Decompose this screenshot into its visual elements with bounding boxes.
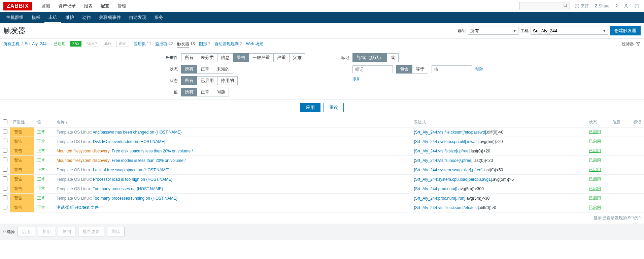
create-trigger-button[interactable]: 创建触发器	[610, 26, 641, 35]
expression-link[interactable]: Srt_Aly_244:system.cpu.util[,iowait]	[415, 139, 479, 144]
top-menu-资产记录[interactable]: 资产记录	[54, 3, 80, 9]
severity-opt-信息[interactable]: 信息	[217, 53, 233, 62]
tagop-opt-包含[interactable]: 包含	[396, 65, 412, 74]
crumb-Web 场景[interactable]: Web 场景	[246, 41, 264, 46]
top-menu-监测[interactable]: 监测	[37, 3, 54, 9]
crumb-图形[interactable]: 图形	[199, 41, 207, 46]
subnav-服务[interactable]: 服务	[150, 12, 167, 23]
expression-link[interactable]: Srt_Aly_244:system.swap.size[,pfree]	[415, 168, 482, 172]
all-hosts-link[interactable]: 所有主机	[3, 41, 20, 47]
trigger-name-link[interactable]: Free inodes is less than 20% on volume /	[112, 158, 185, 163]
support-link[interactable]: 支持	[573, 3, 590, 9]
row-checkbox[interactable]	[3, 176, 7, 181]
top-menu-报表[interactable]: 报表	[80, 3, 97, 9]
state-opt-所有[interactable]: 所有	[181, 65, 197, 74]
top-menu-配置[interactable]: 配置	[97, 3, 113, 9]
apply-button[interactable]: 应用	[300, 103, 320, 112]
value-opt-所有[interactable]: 所有	[181, 88, 197, 96]
top-menu-管理[interactable]: 管理	[113, 3, 130, 9]
row-checkbox[interactable]	[3, 186, 7, 191]
trigger-name-link[interactable]: 测试-监听 /etc/test 文件	[57, 205, 99, 210]
severity-opt-严重[interactable]: 严重	[273, 53, 290, 62]
expression-link[interactable]: Srt_Aly_244:vfs.file.cksum[/etc/test]	[415, 205, 479, 210]
status-link[interactable]: 已启用	[589, 177, 601, 181]
trigger-name-link[interactable]: /etc/passwd has been changed on {HOST.NA…	[93, 130, 182, 135]
subnav-自动发现[interactable]: 自动发现	[125, 12, 150, 23]
trigger-name-link[interactable]: Too many processes on {HOST.NAME}	[93, 186, 163, 191]
status-opt-已启用[interactable]: 已启用	[197, 76, 217, 85]
massupdate-button[interactable]: 批量更新	[78, 227, 104, 236]
status-opt-停用的[interactable]: 停用的	[217, 76, 238, 85]
host-select[interactable]: Srt_Aly_244	[531, 27, 608, 35]
trigger-name-link[interactable]: Free disk space is less than 20% on volu…	[112, 149, 193, 153]
trigger-name-link[interactable]: Disk I/O is overloaded on {HOST.NAME}	[93, 139, 165, 144]
th-name[interactable]: 名称▲	[54, 117, 411, 127]
filter-toggle[interactable]: 过滤器	[622, 41, 641, 47]
crumb-触发器[interactable]: 触发器	[177, 41, 189, 48]
value-opt-正常[interactable]: 正常	[197, 88, 213, 96]
user-icon[interactable]	[622, 4, 630, 8]
expression-link[interactable]: Srt_Aly_244:proc.num[,,run]	[415, 196, 465, 201]
trigger-name-link[interactable]: Processor load is too high on {HOST.NAME…	[93, 177, 172, 182]
row-checkbox[interactable]	[3, 195, 7, 200]
enable-button[interactable]: 启用	[18, 227, 35, 236]
value-opt-问题[interactable]: 问题	[213, 88, 229, 96]
remove-tag-link[interactable]: 移除	[475, 66, 483, 72]
status-link[interactable]: 已启用	[589, 205, 601, 210]
disable-button[interactable]: 禁用	[38, 227, 55, 236]
tagmode-opt-与/或（默认）[interactable]: 与/或（默认）	[352, 53, 387, 62]
expression-link[interactable]: Srt_Aly_244:vfs.file.cksum[/etc/passwd]	[415, 130, 486, 135]
row-checkbox[interactable]	[3, 157, 7, 162]
tag-name-input[interactable]	[352, 65, 393, 73]
severity-opt-未分类[interactable]: 未分类	[197, 53, 217, 62]
crumb-应用集[interactable]: 应用集	[134, 41, 146, 46]
status-link[interactable]: 已启用	[589, 130, 601, 134]
th-severity[interactable]: 严重性	[10, 117, 34, 127]
tag-value-input[interactable]	[432, 65, 472, 73]
subnav-维护[interactable]: 维护	[61, 12, 78, 23]
trigger-name-link[interactable]: Too many processes running on {HOST.NAME…	[93, 196, 177, 201]
severity-opt-警告[interactable]: 警告	[233, 53, 249, 62]
status-link[interactable]: 已启用	[589, 139, 601, 144]
expression-link[interactable]: Srt_Aly_244:proc.num[]	[415, 186, 457, 191]
copy-button[interactable]: 复制	[58, 227, 75, 236]
row-checkbox[interactable]	[3, 139, 7, 143]
severity-opt-所有[interactable]: 所有	[181, 53, 197, 62]
th-value[interactable]: 值	[34, 117, 54, 127]
subnav-动作[interactable]: 动作	[78, 12, 95, 23]
share-link[interactable]: ZShare	[594, 4, 611, 8]
group-select[interactable]: 所有	[468, 27, 518, 35]
status-link[interactable]: 已启用	[589, 148, 601, 153]
state-opt-未知的[interactable]: 未知的	[213, 65, 233, 74]
search-icon[interactable]	[563, 3, 568, 9]
expression-link[interactable]: Srt_Aly_244:vfs.fs.inode[/,pfree]	[415, 158, 472, 163]
row-checkbox[interactable]	[3, 129, 7, 134]
state-opt-正常[interactable]: 正常	[197, 65, 213, 74]
crumb-监控项[interactable]: 监控项	[155, 41, 167, 46]
subnav-关联项事件[interactable]: 关联项事件	[95, 12, 125, 23]
subnav-主机[interactable]: 主机	[44, 12, 61, 23]
th-status[interactable]: 状态	[586, 117, 610, 127]
status-link[interactable]: 已启用	[589, 186, 601, 191]
logout-icon[interactable]	[633, 4, 641, 8]
status-link[interactable]: 已启用	[589, 196, 601, 200]
severity-opt-灾难[interactable]: 灾难	[289, 53, 305, 62]
delete-button[interactable]: 删除	[107, 227, 125, 236]
trigger-name-link[interactable]: Lack of free swap space on {HOST.NAME}	[93, 168, 169, 172]
row-checkbox[interactable]	[3, 148, 7, 153]
select-all-checkbox[interactable]	[3, 119, 7, 124]
tagmode-opt-或[interactable]: 或	[387, 53, 399, 62]
crumb-自动发现规则[interactable]: 自动发现规则	[214, 41, 239, 46]
row-checkbox[interactable]	[3, 167, 7, 172]
tagop-opt-等于[interactable]: 等于	[412, 65, 428, 74]
logo[interactable]: ZABBIX	[3, 2, 32, 10]
status-opt-所有[interactable]: 所有	[181, 76, 197, 85]
host-crumb-link[interactable]: Srt_Aly_244	[25, 41, 46, 46]
global-search-input[interactable]	[519, 2, 570, 10]
severity-opt-一般严重[interactable]: 一般严重	[249, 53, 274, 62]
status-link[interactable]: 已启用	[589, 158, 601, 163]
row-checkbox[interactable]	[3, 205, 7, 209]
subnav-模板[interactable]: 模板	[28, 12, 44, 23]
expression-link[interactable]: Srt_Aly_244:system.cpu.load[percpu,avg1]	[415, 177, 492, 182]
expression-link[interactable]: Srt_Aly_244:vfs.fs.size[/,pfree]	[415, 149, 470, 153]
